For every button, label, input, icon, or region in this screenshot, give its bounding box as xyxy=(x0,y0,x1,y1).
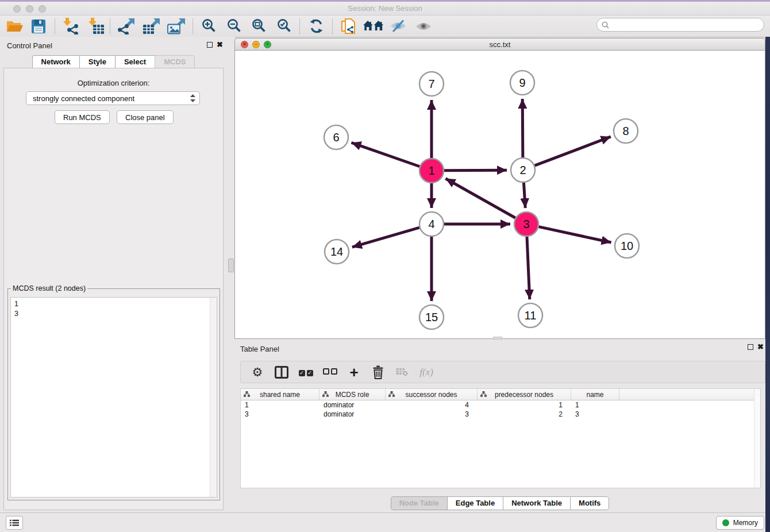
export-table-button[interactable] xyxy=(140,17,162,35)
close-panel-icon[interactable]: ✖ xyxy=(217,40,223,49)
graph-node-4[interactable]: 4 xyxy=(419,212,444,236)
tab-select[interactable]: Select xyxy=(115,55,155,68)
columns-icon xyxy=(275,366,288,379)
splitter-handle-icon[interactable] xyxy=(228,259,234,272)
hierarchy-icon xyxy=(244,391,250,397)
table-float-icon[interactable] xyxy=(748,344,753,350)
result-scrollbar[interactable] xyxy=(210,298,217,497)
tab-node-table[interactable]: Node Table xyxy=(391,496,447,510)
cell-predecessor-nodes[interactable]: 1 xyxy=(478,400,571,410)
graph-node-8[interactable]: 8 xyxy=(614,119,638,143)
function-builder-button[interactable]: f(x) xyxy=(419,364,434,381)
zoom-in-button[interactable] xyxy=(198,17,220,35)
import-network-button[interactable] xyxy=(60,17,82,35)
graph-node-11[interactable]: 11 xyxy=(518,303,542,327)
tab-network[interactable]: Network xyxy=(32,55,79,68)
graph-node-14[interactable]: 14 xyxy=(325,240,349,264)
export-image-button[interactable] xyxy=(165,17,187,35)
split-columns-button[interactable] xyxy=(274,364,289,381)
memory-button[interactable]: Memory xyxy=(716,516,764,530)
column-header-name[interactable]: name xyxy=(571,389,619,400)
graph-node-2[interactable]: 2 xyxy=(511,158,535,182)
delete-table-button[interactable] xyxy=(395,364,410,381)
open-session-button[interactable] xyxy=(3,17,25,35)
deselect-all-button[interactable] xyxy=(322,364,337,381)
apply-layout-button[interactable] xyxy=(305,17,327,35)
column-header-shared-name[interactable]: shared name xyxy=(241,389,319,400)
cell-name[interactable]: 3 xyxy=(571,410,619,419)
graph-edge-3-1[interactable] xyxy=(445,179,515,218)
cell-successor-nodes[interactable]: 3 xyxy=(386,410,478,419)
tab-motifs[interactable]: Motifs xyxy=(570,496,609,510)
cell-shared-name[interactable]: 1 xyxy=(241,400,319,410)
float-panel-icon[interactable] xyxy=(207,42,213,48)
hide-selected-button[interactable] xyxy=(387,17,409,35)
tab-edge-table[interactable]: Edge Table xyxy=(447,496,503,510)
svg-text:11: 11 xyxy=(525,309,537,322)
cell-predecessor-nodes[interactable]: 2 xyxy=(478,410,571,419)
list-icon xyxy=(10,519,19,527)
graph-edge-2-3[interactable] xyxy=(523,183,525,208)
delete-row-button[interactable] xyxy=(371,364,386,381)
table-close-icon[interactable]: ✖ xyxy=(757,342,764,352)
import-table-button[interactable] xyxy=(85,17,107,35)
close-panel-button[interactable]: Close panel xyxy=(117,110,174,124)
graph-edge-2-9[interactable] xyxy=(522,99,523,157)
mcds-result-item: 1 xyxy=(14,299,217,309)
graph-edge-2-8[interactable] xyxy=(535,137,611,165)
zoom-out-button[interactable] xyxy=(223,17,245,35)
graph-edge-1-2[interactable] xyxy=(444,170,507,171)
table-settings-button[interactable]: ⚙ xyxy=(250,364,265,381)
mcds-result-list[interactable]: 1 3 xyxy=(10,297,217,498)
clone-network-button[interactable] xyxy=(337,17,359,35)
run-mcds-button[interactable]: Run MCDS xyxy=(55,110,110,124)
canvas-resize-handle[interactable] xyxy=(493,337,502,340)
graph-edge-4-14[interactable] xyxy=(352,228,419,247)
add-row-button[interactable]: + xyxy=(346,364,361,381)
column-header-predecessor-nodes[interactable]: predecessor nodes xyxy=(478,389,571,400)
column-header-mcds-role[interactable]: MCDS role xyxy=(319,389,386,400)
export-network-button[interactable] xyxy=(115,17,137,35)
svg-text:14: 14 xyxy=(330,245,343,258)
cell-mcds-role[interactable]: dominator xyxy=(319,410,386,419)
cell-shared-name[interactable]: 3 xyxy=(241,410,319,419)
network-window-titlebar[interactable]: ✕ − + scc.txt xyxy=(234,38,765,51)
select-all-button[interactable]: ✓✓ xyxy=(298,364,313,381)
graph-node-7[interactable]: 7 xyxy=(419,72,444,96)
table-row[interactable]: 3 dominator 3 2 3 xyxy=(241,410,760,419)
toolbar-separator xyxy=(55,18,55,34)
table-row[interactable]: 1 dominator 4 1 1 xyxy=(241,400,760,410)
show-all-button[interactable] xyxy=(413,17,434,35)
save-session-button[interactable] xyxy=(28,17,49,35)
graph-edge-1-6[interactable] xyxy=(351,142,419,167)
first-neighbors-button[interactable] xyxy=(362,17,384,35)
graph-edge-3-10[interactable] xyxy=(538,227,611,242)
graph-node-3[interactable]: 3 xyxy=(514,212,538,236)
graph-node-15[interactable]: 15 xyxy=(419,305,444,329)
network-canvas[interactable]: 7968124314101511 xyxy=(234,51,765,339)
cell-successor-nodes[interactable]: 4 xyxy=(386,400,478,410)
desktop-edge-right xyxy=(765,37,770,532)
graph-node-6[interactable]: 6 xyxy=(324,125,348,149)
graph-node-10[interactable]: 10 xyxy=(615,234,639,258)
main-titlebar[interactable]: Session: New Session xyxy=(0,2,770,16)
tab-network-table[interactable]: Network Table xyxy=(503,496,570,510)
graph-svg[interactable]: 7968124314101511 xyxy=(235,51,765,338)
zoom-selected-button[interactable] xyxy=(273,17,295,35)
zoom-fit-button[interactable] xyxy=(248,17,270,35)
tab-mcds[interactable]: MCDS xyxy=(155,55,195,68)
graph-node-1[interactable]: 1 xyxy=(419,159,444,183)
graph-edge-3-11[interactable] xyxy=(527,237,530,299)
table-panel: Table Panel ✖ ⚙ ✓✓ xyxy=(234,340,765,512)
criterion-select[interactable]: strongly connected component xyxy=(26,91,200,105)
table-scrollbar[interactable] xyxy=(754,389,760,488)
cell-name[interactable]: 1 xyxy=(571,400,619,410)
cell-mcds-role[interactable]: dominator xyxy=(319,400,386,410)
panel-splitter[interactable] xyxy=(227,37,234,512)
task-history-button[interactable] xyxy=(6,516,23,530)
search-box[interactable] xyxy=(596,18,764,32)
search-input[interactable] xyxy=(612,20,764,29)
graph-node-9[interactable]: 9 xyxy=(510,71,534,95)
column-header-successor-nodes[interactable]: successor nodes xyxy=(386,389,478,400)
tab-style[interactable]: Style xyxy=(79,55,115,68)
